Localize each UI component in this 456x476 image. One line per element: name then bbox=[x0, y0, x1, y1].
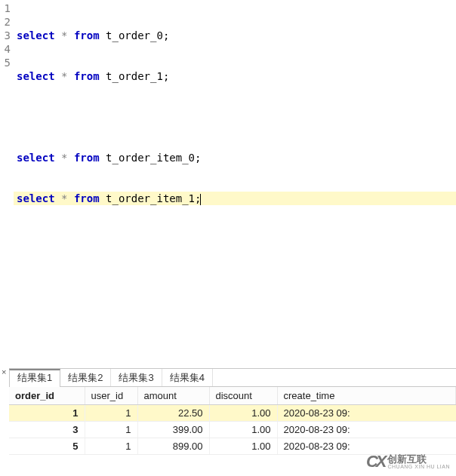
line-number: 1 bbox=[0, 2, 14, 15]
code-line[interactable] bbox=[14, 110, 456, 124]
tab-resultset-2[interactable]: 结果集2 bbox=[60, 369, 111, 386]
result-tabs: 结果集1 结果集2 结果集3 结果集4 bbox=[9, 369, 456, 387]
results-panel: 结果集1 结果集2 结果集3 结果集4 order_id user_id amo… bbox=[9, 368, 456, 476]
table-header-row: order_id user_id amount discount create_… bbox=[9, 387, 456, 405]
tab-resultset-3[interactable]: 结果集3 bbox=[111, 369, 162, 386]
sql-editor[interactable]: 1 2 3 4 5 select * from t_order_0; selec… bbox=[0, 0, 456, 367]
cell-amount[interactable]: 22.50 bbox=[137, 405, 209, 422]
table-row[interactable]: 1 1 22.50 1.00 2020-08-23 09: bbox=[9, 405, 456, 422]
cell-order-id[interactable]: 1 bbox=[9, 405, 85, 422]
cell-amount[interactable]: 399.00 bbox=[137, 422, 209, 438]
cell-discount[interactable]: 1.00 bbox=[209, 405, 277, 422]
tab-resultset-1[interactable]: 结果集1 bbox=[9, 369, 60, 387]
column-header-discount[interactable]: discount bbox=[209, 387, 277, 405]
tab-resultset-4[interactable]: 结果集4 bbox=[162, 369, 213, 386]
code-line[interactable]: select * from t_order_item_0; bbox=[14, 151, 456, 164]
cell-user-id[interactable]: 1 bbox=[85, 438, 137, 455]
code-line[interactable]: select * from t_order_0; bbox=[14, 29, 456, 42]
code-line-active[interactable]: select * from t_order_item_1; bbox=[14, 192, 456, 205]
cell-create-time[interactable]: 2020-08-23 09: bbox=[277, 438, 456, 455]
column-header-amount[interactable]: amount bbox=[137, 387, 209, 405]
cell-create-time[interactable]: 2020-08-23 09: bbox=[277, 422, 456, 438]
text-caret bbox=[200, 194, 201, 205]
cell-order-id[interactable]: 5 bbox=[9, 438, 85, 455]
column-header-create-time[interactable]: create_time bbox=[277, 387, 456, 405]
table-row[interactable]: 5 1 899.00 1.00 2020-08-23 09: bbox=[9, 438, 456, 455]
cell-user-id[interactable]: 1 bbox=[85, 405, 137, 422]
cell-order-id[interactable]: 3 bbox=[9, 422, 85, 438]
line-number: 5 bbox=[0, 56, 14, 69]
line-number: 4 bbox=[0, 42, 14, 56]
line-number: 2 bbox=[0, 15, 14, 29]
cell-discount[interactable]: 1.00 bbox=[209, 438, 277, 455]
column-header-user-id[interactable]: user_id bbox=[85, 387, 137, 405]
line-number: 3 bbox=[0, 29, 14, 42]
column-header-order-id[interactable]: order_id bbox=[9, 387, 85, 405]
table-row[interactable]: 3 1 399.00 1.00 2020-08-23 09: bbox=[9, 422, 456, 438]
result-table[interactable]: order_id user_id amount discount create_… bbox=[9, 387, 456, 455]
cell-discount[interactable]: 1.00 bbox=[209, 422, 277, 438]
close-icon[interactable]: × bbox=[2, 368, 9, 376]
cell-create-time[interactable]: 2020-08-23 09: bbox=[277, 405, 456, 422]
line-number-gutter: 1 2 3 4 5 bbox=[0, 0, 14, 367]
code-area[interactable]: select * from t_order_0; select * from t… bbox=[14, 0, 456, 367]
cell-user-id[interactable]: 1 bbox=[85, 422, 137, 438]
code-line[interactable]: select * from t_order_1; bbox=[14, 69, 456, 83]
cell-amount[interactable]: 899.00 bbox=[137, 438, 209, 455]
